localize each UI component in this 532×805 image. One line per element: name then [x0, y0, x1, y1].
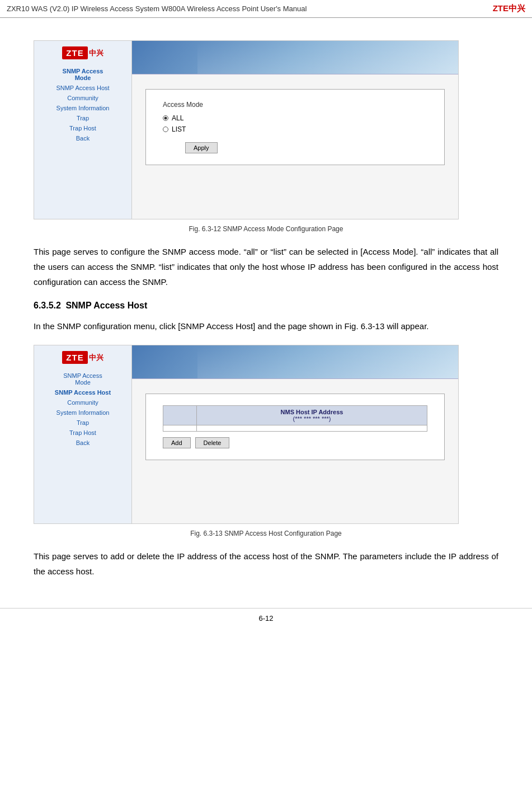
- nav2-community[interactable]: Community: [67, 399, 98, 406]
- table-col-ip: NMS Host IP Address(*** *** *** ***): [197, 406, 427, 425]
- host-table: NMS Host IP Address(*** *** *** ***): [163, 405, 427, 432]
- add-button[interactable]: Add: [163, 437, 191, 448]
- table-row: [163, 425, 427, 432]
- nav-trap-host[interactable]: Trap Host: [69, 125, 96, 132]
- banner2-decoration: [197, 347, 458, 378]
- host-button-row: Add Delete: [163, 437, 427, 448]
- delete-button[interactable]: Delete: [195, 437, 230, 448]
- figure2-caption: Fig. 6.3-13 SNMP Access Host Configurati…: [34, 530, 498, 537]
- table-col-select: [163, 406, 197, 425]
- nav-snmp-access-mode[interactable]: SNMP AccessMode: [63, 68, 103, 81]
- radio-all-row: ALL: [163, 114, 427, 122]
- table-header-row: NMS Host IP Address(*** *** *** ***): [163, 406, 427, 425]
- figure2-body: NMS Host IP Address(*** *** *** ***) Add: [132, 379, 458, 523]
- host-form-panel: NMS Host IP Address(*** *** *** ***) Add: [145, 394, 445, 460]
- table-cell-ip: [197, 425, 427, 432]
- banner-decoration: [197, 43, 458, 74]
- apply-button-row: Apply: [163, 137, 427, 153]
- page-footer: 6-12: [0, 608, 532, 628]
- section-number: 6.3.5.2: [34, 301, 61, 310]
- table-cell-check: [163, 425, 197, 432]
- figure1-sidebar: ZTE 中兴 SNMP AccessMode SNMP Access Host …: [34, 41, 132, 219]
- figure1-main: Access Mode ALL LIST Apply: [132, 41, 458, 219]
- nav2-snmp-access-mode[interactable]: SNMP AccessMode: [63, 372, 102, 386]
- apply-button[interactable]: Apply: [185, 142, 218, 153]
- radio-all-circle[interactable]: [163, 115, 168, 121]
- figure2-logo: ZTE 中兴: [62, 351, 103, 364]
- nav2-back[interactable]: Back: [76, 439, 90, 446]
- page-number: 6-12: [258, 614, 273, 623]
- radio-all-label: ALL: [172, 114, 183, 122]
- figure1-body: Access Mode ALL LIST Apply: [132, 74, 458, 219]
- figure1-logo: ZTE 中兴: [62, 46, 103, 59]
- nav-back[interactable]: Back: [76, 135, 90, 142]
- access-mode-form: Access Mode ALL LIST Apply: [145, 89, 445, 165]
- figure2-screenshot: ZTE 中兴 SNMP AccessMode SNMP Access Host …: [34, 345, 459, 524]
- paragraph1: This page serves to configure the SNMP a…: [34, 244, 498, 289]
- radio-list-circle[interactable]: [163, 127, 168, 132]
- access-mode-label-row: Access Mode: [163, 101, 427, 109]
- paragraph2: In the SNMP configuration menu, click [S…: [34, 319, 498, 334]
- nav-system-info[interactable]: System Information: [57, 105, 110, 111]
- figure1-screenshot: ZTE 中兴 SNMP AccessMode SNMP Access Host …: [34, 40, 459, 219]
- figure2-sidebar: ZTE 中兴 SNMP AccessMode SNMP Access Host …: [34, 345, 132, 523]
- nav2-system-info[interactable]: System Information: [57, 409, 110, 416]
- nav-community[interactable]: Community: [67, 95, 98, 101]
- nav-snmp-access-host[interactable]: SNMP Access Host: [56, 85, 109, 91]
- figure2-banner: [132, 345, 458, 379]
- header-logo: ZTE中兴: [493, 3, 525, 14]
- main-content: ZTE 中兴 SNMP AccessMode SNMP Access Host …: [0, 18, 532, 597]
- radio-list-row: LIST: [163, 125, 427, 133]
- figure1-banner: [132, 41, 458, 74]
- figure2-main: NMS Host IP Address(*** *** *** ***) Add: [132, 345, 458, 523]
- figure1-caption: Fig. 6.3-12 SNMP Access Mode Configurati…: [34, 225, 498, 233]
- radio-list-label: LIST: [172, 125, 186, 133]
- nav2-trap[interactable]: Trap: [77, 419, 89, 426]
- section-heading: 6.3.5.2 SNMP Access Host: [34, 301, 498, 311]
- section-title: SNMP Access Host: [65, 301, 147, 310]
- nav2-trap-host[interactable]: Trap Host: [69, 429, 96, 436]
- access-mode-label: Access Mode: [163, 101, 230, 109]
- paragraph3: This page serves to add or delete the IP…: [34, 549, 498, 579]
- header-title: ZXR10 WAS (V2.0) IP Wireless Access Syst…: [7, 4, 307, 13]
- nav-trap[interactable]: Trap: [77, 115, 89, 121]
- page-header: ZXR10 WAS (V2.0) IP Wireless Access Syst…: [0, 0, 532, 18]
- nav2-snmp-access-host[interactable]: SNMP Access Host: [55, 389, 111, 396]
